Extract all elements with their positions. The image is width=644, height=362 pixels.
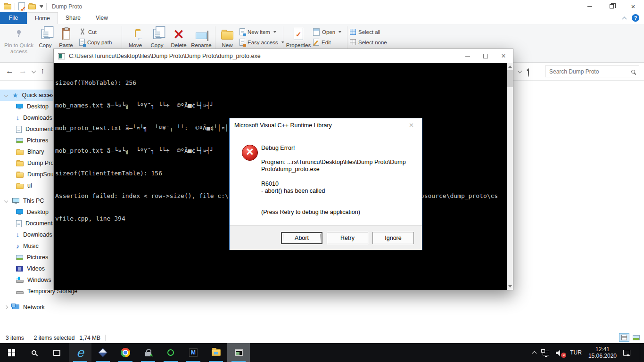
properties-icon [294, 28, 303, 40]
expand-chevron-icon[interactable] [4, 93, 8, 97]
minimize-icon [465, 56, 470, 57]
back-button[interactable]: ← [6, 66, 14, 76]
select-all-button[interactable]: Select all [350, 27, 380, 37]
tab-home[interactable]: Home [27, 12, 58, 24]
minimize-icon [587, 6, 592, 7]
thumbnails-view-icon [633, 335, 640, 340]
taskbar-search-button[interactable] [23, 343, 45, 362]
drive-icon [16, 291, 24, 294]
tab-view[interactable]: View [88, 12, 116, 24]
copy-button[interactable]: Copy [36, 25, 55, 60]
scissors-icon [79, 28, 86, 35]
sidebar-item-network[interactable]: Network [0, 302, 79, 313]
pictures-icon [16, 255, 23, 260]
pin-to-quick-access-button[interactable]: Pin to Quick access [4, 25, 34, 60]
address-dropdown-chevron[interactable] [518, 69, 522, 74]
copy-path-button[interactable]: Copy path [79, 37, 112, 47]
dialog-titlebar: Microsoft Visual C++ Runtime Library [230, 118, 422, 132]
collapse-ribbon-icon[interactable] [622, 16, 627, 21]
chrome-icon [121, 348, 130, 357]
dropdown-caret-icon [273, 31, 276, 33]
console-scrollbar[interactable] [507, 63, 513, 290]
open-button[interactable]: Open [313, 27, 341, 37]
details-view-button[interactable] [619, 333, 629, 342]
abort-button[interactable]: Abort [281, 232, 322, 244]
error-heading: Debug Error! [261, 145, 295, 151]
taskbar-virtualbox[interactable] [91, 343, 114, 362]
search-input[interactable] [549, 68, 628, 75]
this-pc-icon [12, 198, 19, 203]
taskbar-navicat[interactable] [159, 343, 182, 362]
delete-icon: × [173, 28, 184, 40]
m-app-icon: M [189, 348, 198, 357]
taskbar-m-app[interactable]: M [182, 343, 205, 362]
folder-icon [16, 184, 24, 189]
language-indicator[interactable]: TUR [570, 349, 582, 356]
scroll-down-icon [508, 285, 512, 288]
error-message: - abort() has been called [261, 188, 325, 194]
dialog-title: Microsoft Visual C++ Runtime Library [234, 122, 332, 129]
taskbar-lock-app[interactable] [137, 343, 159, 362]
tab-file[interactable]: File [0, 12, 27, 24]
documents-icon [16, 126, 22, 133]
network-tray-icon[interactable] [543, 351, 549, 355]
padlock-icon [145, 352, 151, 356]
clock[interactable]: 12:41 15.06.2020 [588, 346, 617, 359]
ignore-button[interactable]: Ignore [372, 232, 414, 244]
console-maximize-button[interactable] [477, 49, 495, 63]
file-explorer-icon [212, 349, 221, 356]
expand-chevron-icon[interactable] [4, 199, 8, 203]
new-item-button[interactable]: New item [239, 27, 276, 37]
edit-button[interactable]: Edit [313, 37, 331, 47]
console-line: mob_names.txt ã—└¤└╗ └º¥¯┐ └└÷ ©ºÃ■¢└┤¤┤… [55, 102, 507, 109]
pictures-icon [16, 138, 23, 143]
tab-share[interactable]: Share [58, 12, 88, 24]
console-titlebar[interactable]: C:\Users\Turuncu\Desktop\files\Dump Prot… [54, 49, 513, 63]
scroll-up-button[interactable] [507, 63, 513, 70]
console-title: C:\Users\Turuncu\Desktop\files\Dump Prot… [69, 53, 261, 59]
cut-button[interactable]: Cut [79, 27, 97, 37]
scrollbar-thumb[interactable] [507, 70, 513, 87]
divider [29, 335, 29, 341]
select-none-button[interactable]: Select none [350, 37, 387, 47]
forward-button[interactable]: → [19, 66, 27, 76]
volume-muted-icon[interactable]: × [556, 350, 563, 356]
qat-customize-chevron[interactable] [39, 5, 43, 8]
divider [46, 3, 47, 10]
runtime-error-dialog[interactable]: Microsoft Visual C++ Runtime Library × D… [229, 118, 422, 250]
qat-new-folder-icon[interactable] [28, 4, 36, 9]
taskbar-console-app[interactable] [227, 343, 250, 362]
scroll-down-button[interactable] [507, 283, 513, 290]
error-code: R6010 [261, 181, 279, 187]
up-button[interactable]: ↑ [41, 66, 45, 76]
minimize-button[interactable] [579, 0, 601, 12]
retry-button[interactable]: Retry [327, 232, 368, 244]
thumbnails-view-button[interactable] [631, 333, 641, 342]
downloads-icon: ↓ [16, 115, 19, 121]
console-close-button[interactable]: × [495, 49, 512, 63]
console-minimize-button[interactable] [459, 49, 477, 63]
internet-explorer-icon: e [76, 346, 84, 359]
recent-locations-chevron[interactable] [32, 69, 36, 74]
search-icon [631, 70, 635, 74]
downloads-icon: ↓ [16, 231, 19, 238]
qat-properties-icon[interactable] [18, 2, 25, 10]
task-view-button[interactable] [45, 343, 68, 362]
hidden-icons-chevron[interactable] [532, 351, 537, 356]
taskbar-internet-explorer[interactable]: e [69, 343, 91, 362]
system-drive-icon [16, 280, 24, 283]
start-button[interactable] [0, 343, 23, 362]
search-box[interactable] [545, 66, 639, 77]
collapse-chevron-icon[interactable] [4, 305, 8, 309]
help-icon[interactable]: ? [632, 14, 639, 22]
easy-access-button[interactable]: Easy access [239, 37, 284, 47]
documents-icon [16, 220, 22, 227]
close-button[interactable]: × [622, 0, 644, 12]
action-center-icon[interactable] [623, 350, 630, 356]
refresh-icon[interactable] [528, 68, 529, 77]
dialog-close-button[interactable]: × [401, 118, 422, 132]
restore-button[interactable] [601, 0, 622, 12]
show-desktop-button[interactable] [640, 343, 642, 362]
taskbar-file-explorer[interactable] [205, 343, 227, 362]
taskbar-chrome[interactable] [114, 343, 137, 362]
